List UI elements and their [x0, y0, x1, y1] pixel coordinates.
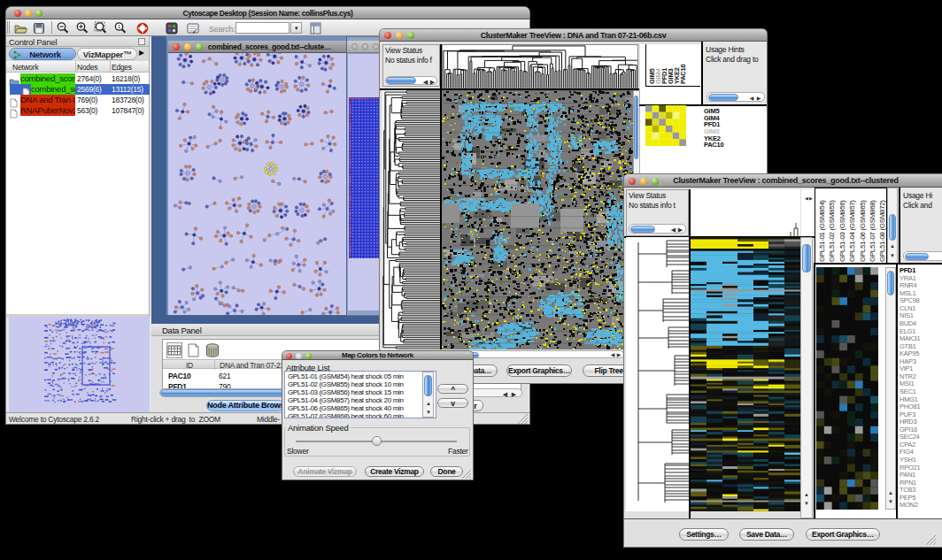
svg-text:1: 1 [118, 24, 120, 29]
